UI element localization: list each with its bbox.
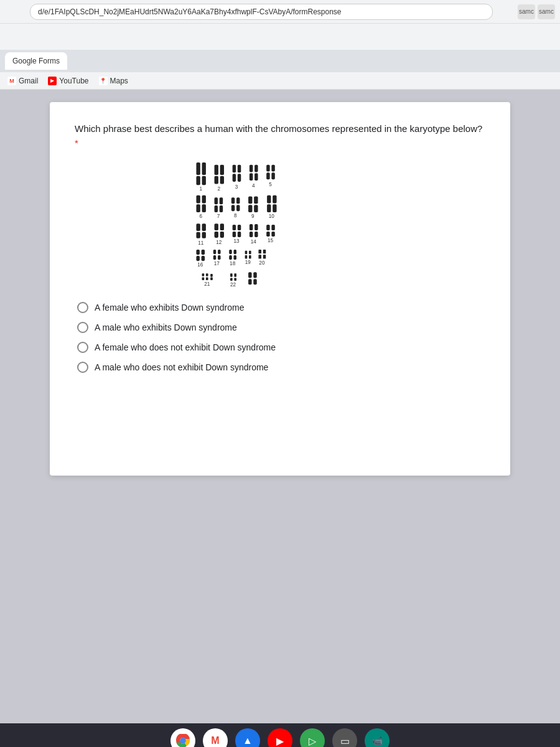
svg-text:12: 12	[216, 240, 222, 245]
option-4-label: A male who does not exhibit Down syndrom…	[95, 362, 268, 372]
svg-rect-73	[271, 232, 274, 237]
svg-rect-103	[206, 278, 208, 281]
svg-text:1: 1	[199, 186, 202, 192]
svg-rect-112	[248, 272, 251, 278]
svg-rect-46	[267, 204, 271, 212]
svg-rect-47	[273, 195, 276, 204]
svg-text:21: 21	[204, 281, 210, 287]
svg-text:2: 2	[218, 186, 221, 192]
same-button-2[interactable]: samc	[538, 4, 555, 19]
chrome-taskbar-icon[interactable]	[170, 728, 195, 747]
svg-rect-21	[266, 172, 269, 179]
svg-rect-8	[220, 176, 224, 184]
youtube-icon: ▶	[48, 77, 57, 85]
svg-rect-70	[266, 225, 269, 230]
svg-text:7: 7	[217, 214, 220, 219]
svg-rect-11	[233, 174, 236, 182]
url-bar[interactable]: d/e/1FAIpQLScDH_No2jMEaHUdrt5NWa2uY6AaKa…	[30, 4, 493, 20]
option-4[interactable]: A male who does not exhibit Down syndrom…	[77, 362, 485, 373]
option-2[interactable]: A male who exhibits Down syndrome	[77, 322, 485, 333]
svg-rect-104	[210, 274, 213, 277]
radio-3[interactable]	[77, 342, 88, 353]
svg-rect-95	[258, 250, 261, 253]
svg-rect-18	[254, 173, 258, 181]
svg-text:3: 3	[235, 184, 238, 190]
svg-rect-67	[254, 224, 258, 230]
youtube-bookmark[interactable]: ▶ YouTube	[48, 77, 88, 85]
svg-rect-65	[250, 224, 253, 230]
svg-rect-3	[202, 176, 206, 186]
svg-rect-58	[220, 232, 224, 238]
svg-rect-97	[263, 250, 266, 253]
svg-rect-0	[196, 162, 200, 175]
svg-rect-80	[213, 250, 217, 254]
svg-rect-15	[250, 165, 253, 172]
maps-icon: 📍	[99, 77, 108, 85]
question-body: Which phrase best describes a human with…	[75, 123, 482, 134]
option-1[interactable]: A female who exhibits Down syndrome	[77, 302, 485, 313]
svg-text:14: 14	[251, 239, 257, 245]
bookmarks-bar: M Gmail ▶ YouTube 📍 Maps	[0, 72, 560, 90]
play-taskbar-icon[interactable]: ▷	[300, 728, 325, 747]
svg-text:6: 6	[199, 214, 202, 219]
svg-rect-110	[234, 278, 236, 281]
svg-rect-1	[196, 176, 200, 186]
svg-text:16: 16	[197, 262, 203, 268]
svg-rect-71	[266, 232, 269, 237]
svg-rect-100	[202, 273, 205, 276]
karyotype-svg: 1 2 3	[180, 162, 380, 287]
svg-text:19: 19	[245, 260, 251, 265]
svg-rect-62	[238, 225, 241, 230]
svg-rect-87	[233, 250, 236, 254]
same-button-1[interactable]: samc	[518, 4, 535, 19]
svg-rect-57	[220, 223, 224, 230]
svg-rect-35	[231, 197, 235, 204]
drive-taskbar-icon[interactable]: ▲	[235, 728, 260, 747]
svg-rect-114	[253, 272, 256, 278]
svg-rect-81	[213, 255, 217, 260]
svg-rect-40	[248, 197, 252, 204]
youtube-taskbar-icon[interactable]: ▶	[268, 728, 292, 747]
svg-rect-86	[229, 255, 232, 260]
radio-1[interactable]	[77, 302, 88, 313]
svg-rect-61	[233, 232, 236, 237]
svg-rect-63	[238, 232, 241, 237]
svg-rect-91	[245, 255, 248, 258]
svg-rect-76	[196, 256, 199, 261]
svg-rect-48	[273, 204, 276, 212]
svg-rect-77	[202, 250, 205, 255]
svg-rect-25	[196, 195, 200, 204]
browser-chrome: d/e/1FAIpQLScDH_No2jMEaHUdrt5NWa2uY6AaKa…	[0, 0, 560, 50]
option-3-label: A female who does not exhibit Down syndr…	[95, 342, 276, 352]
svg-rect-68	[254, 232, 258, 237]
svg-rect-36	[231, 205, 235, 211]
active-tab[interactable]: Google Forms	[5, 52, 67, 70]
svg-rect-90	[245, 251, 248, 254]
gmail-bookmark[interactable]: M Gmail	[7, 77, 38, 85]
maps-bookmark[interactable]: 📍 Maps	[99, 77, 128, 85]
svg-text:5: 5	[269, 182, 272, 187]
url-text: d/e/1FAIpQLScDH_No2jMEaHUdrt5NWa2uY6AaKa…	[38, 7, 342, 16]
svg-text:9: 9	[251, 214, 254, 219]
maps-label: Maps	[110, 77, 128, 85]
svg-rect-55	[215, 223, 218, 230]
tv-taskbar-icon[interactable]: ▭	[332, 728, 357, 747]
option-3[interactable]: A female who does not exhibit Down syndr…	[77, 342, 485, 353]
svg-rect-56	[215, 232, 218, 238]
svg-rect-105	[210, 278, 213, 281]
option-1-label: A female who exhibits Down syndrome	[95, 303, 244, 312]
svg-rect-98	[263, 255, 266, 258]
svg-rect-82	[218, 250, 221, 254]
svg-text:17: 17	[214, 261, 220, 266]
tab-label: Google Forms	[12, 57, 60, 65]
required-indicator: *	[75, 138, 78, 148]
svg-rect-75	[196, 250, 199, 255]
radio-4[interactable]	[77, 362, 88, 373]
gmail-taskbar-icon[interactable]: M	[203, 728, 228, 747]
page-content: Which phrase best describes a human with…	[0, 90, 560, 723]
meet-taskbar-icon[interactable]: 📹	[365, 728, 390, 747]
svg-rect-50	[196, 223, 200, 231]
svg-text:10: 10	[269, 214, 275, 219]
svg-rect-22	[271, 165, 274, 172]
radio-2[interactable]	[77, 322, 88, 333]
